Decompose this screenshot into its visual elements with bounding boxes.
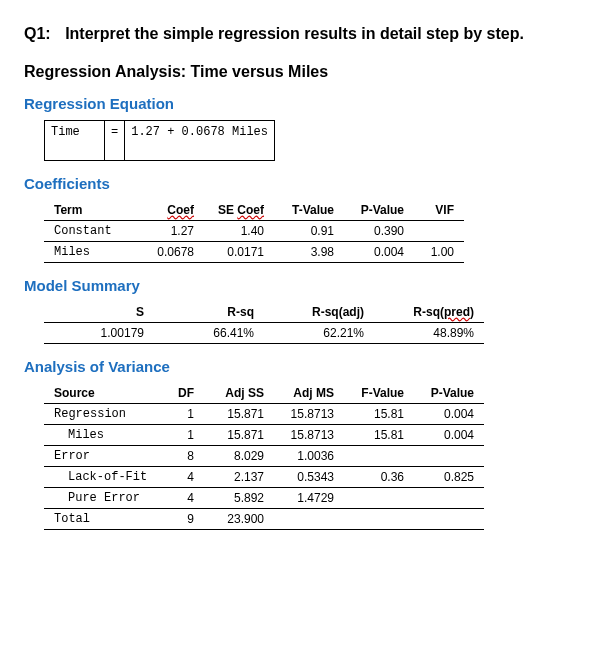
anova-adjms: 1.4729 xyxy=(274,487,344,508)
coef-vif xyxy=(414,220,464,241)
anova-header-adjss: Adj SS xyxy=(204,383,274,404)
anova-f: 15.81 xyxy=(344,403,414,424)
coef-p: 0.390 xyxy=(344,220,414,241)
coef-t: 3.98 xyxy=(274,241,344,262)
anova-adjms: 15.8713 xyxy=(274,424,344,445)
anova-header-adjms: Adj MS xyxy=(274,383,344,404)
ms-header-s: S xyxy=(44,302,154,323)
anova-row: Regression 1 15.871 15.8713 15.81 0.004 xyxy=(44,403,484,424)
anova-adjss: 15.871 xyxy=(204,424,274,445)
equation-equals: = xyxy=(105,120,125,160)
anova-p: 0.004 xyxy=(414,403,484,424)
coef-vif: 1.00 xyxy=(414,241,464,262)
model-summary-table: S R-sq R-sq(adj) R-sq(pred) 1.00179 66.4… xyxy=(44,302,484,344)
coef-header-vif: VIF xyxy=(414,200,464,221)
anova-row: Total 9 23.900 xyxy=(44,508,484,529)
coef-t: 0.91 xyxy=(274,220,344,241)
anova-header-p: P-Value xyxy=(414,383,484,404)
anova-table: Source DF Adj SS Adj MS F-Value P-Value … xyxy=(44,383,484,530)
anova-df: 1 xyxy=(164,424,204,445)
anova-f xyxy=(344,487,414,508)
section-anova: Analysis of Variance xyxy=(24,358,578,375)
anova-row: Miles 1 15.871 15.8713 15.81 0.004 xyxy=(44,424,484,445)
coef-se: 1.40 xyxy=(204,220,274,241)
anova-adjss: 15.871 xyxy=(204,403,274,424)
ms-row: 1.00179 66.41% 62.21% 48.89% xyxy=(44,322,484,343)
anova-source: Lack-of-Fit xyxy=(44,466,164,487)
anova-header-row: Source DF Adj SS Adj MS F-Value P-Value xyxy=(44,383,484,404)
coef-row: Constant 1.27 1.40 0.91 0.390 xyxy=(44,220,464,241)
anova-adjss: 23.900 xyxy=(204,508,274,529)
equation-expression: 1.27 + 0.0678 Miles xyxy=(125,120,275,160)
anova-f xyxy=(344,445,414,466)
anova-f: 0.36 xyxy=(344,466,414,487)
equation-table: Time = 1.27 + 0.0678 Miles xyxy=(44,120,275,161)
anova-f: 15.81 xyxy=(344,424,414,445)
coef-header-se: SE Coef xyxy=(204,200,274,221)
anova-p: 0.825 xyxy=(414,466,484,487)
coef-row: Miles 0.0678 0.0171 3.98 0.004 1.00 xyxy=(44,241,464,262)
anova-adjss: 8.029 xyxy=(204,445,274,466)
question-heading: Q1: Interpret the simple regression resu… xyxy=(24,20,578,49)
anova-p: 0.004 xyxy=(414,424,484,445)
anova-source: Pure Error xyxy=(44,487,164,508)
anova-source: Miles xyxy=(44,424,164,445)
anova-header-f: F-Value xyxy=(344,383,414,404)
anova-header-source: Source xyxy=(44,383,164,404)
coef-value: 0.0678 xyxy=(134,241,204,262)
anova-p xyxy=(414,445,484,466)
anova-adjms: 15.8713 xyxy=(274,403,344,424)
anova-df: 8 xyxy=(164,445,204,466)
coef-term: Miles xyxy=(44,241,134,262)
section-regression-equation: Regression Equation xyxy=(24,95,578,112)
ms-rsqa: 62.21% xyxy=(264,322,374,343)
coef-value: 1.27 xyxy=(134,220,204,241)
anova-source: Error xyxy=(44,445,164,466)
section-model-summary: Model Summary xyxy=(24,277,578,294)
question-text: Interpret the simple regression results … xyxy=(65,25,524,42)
anova-p xyxy=(414,508,484,529)
coefficients-header-row: Term Coef SE Coef T-Value P-Value VIF xyxy=(44,200,464,221)
section-coefficients: Coefficients xyxy=(24,175,578,192)
anova-row: Error 8 8.029 1.0036 xyxy=(44,445,484,466)
coef-header-coef: Coef xyxy=(134,200,204,221)
anova-df: 4 xyxy=(164,466,204,487)
coef-term: Constant xyxy=(44,220,134,241)
anova-row: Lack-of-Fit 4 2.137 0.5343 0.36 0.825 xyxy=(44,466,484,487)
coef-se: 0.0171 xyxy=(204,241,274,262)
analysis-title: Regression Analysis: Time versus Miles xyxy=(24,63,578,81)
anova-df: 4 xyxy=(164,487,204,508)
anova-df: 1 xyxy=(164,403,204,424)
ms-header-rsqp: R-sq(pred) xyxy=(374,302,484,323)
anova-adjms xyxy=(274,508,344,529)
ms-header-row: S R-sq R-sq(adj) R-sq(pred) xyxy=(44,302,484,323)
anova-adjss: 5.892 xyxy=(204,487,274,508)
ms-rsq: 66.41% xyxy=(154,322,264,343)
anova-row: Pure Error 4 5.892 1.4729 xyxy=(44,487,484,508)
ms-s: 1.00179 xyxy=(44,322,154,343)
ms-header-rsqa: R-sq(adj) xyxy=(264,302,374,323)
anova-adjms: 1.0036 xyxy=(274,445,344,466)
question-label: Q1: xyxy=(24,25,51,42)
anova-p xyxy=(414,487,484,508)
anova-adjms: 0.5343 xyxy=(274,466,344,487)
ms-rsqp: 48.89% xyxy=(374,322,484,343)
coef-header-p: P-Value xyxy=(344,200,414,221)
coef-header-term: Term xyxy=(44,200,134,221)
anova-source: Total xyxy=(44,508,164,529)
anova-f xyxy=(344,508,414,529)
coef-header-t: T-Value xyxy=(274,200,344,221)
equation-response: Time xyxy=(45,120,105,160)
anova-df: 9 xyxy=(164,508,204,529)
anova-adjss: 2.137 xyxy=(204,466,274,487)
ms-header-rsq: R-sq xyxy=(154,302,264,323)
equation-row: Time = 1.27 + 0.0678 Miles xyxy=(45,120,275,160)
coef-p: 0.004 xyxy=(344,241,414,262)
anova-source: Regression xyxy=(44,403,164,424)
coefficients-table: Term Coef SE Coef T-Value P-Value VIF Co… xyxy=(44,200,464,263)
anova-header-df: DF xyxy=(164,383,204,404)
